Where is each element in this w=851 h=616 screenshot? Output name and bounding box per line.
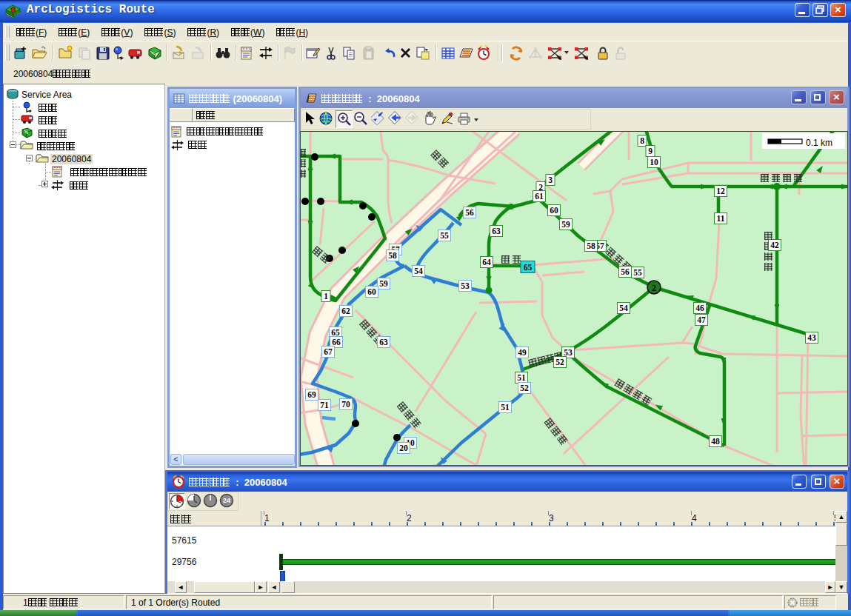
svg-text:58: 58	[388, 251, 397, 260]
svg-text:8: 8	[640, 136, 644, 145]
svg-text:0.1 km: 0.1 km	[806, 138, 832, 148]
svg-text:67: 67	[324, 347, 333, 356]
svg-text:62: 62	[341, 307, 350, 315]
svg-text:59: 59	[561, 220, 570, 229]
svg-text:11: 11	[717, 214, 725, 223]
svg-text:47: 47	[697, 315, 706, 324]
svg-text:52: 52	[520, 384, 529, 392]
svg-text:53: 53	[461, 281, 470, 290]
svg-text:12: 12	[716, 187, 725, 195]
svg-text:66: 66	[332, 338, 341, 346]
svg-text:63: 63	[379, 338, 388, 346]
svg-text:52: 52	[555, 358, 564, 366]
svg-text:59: 59	[379, 279, 388, 288]
svg-text:58: 58	[587, 241, 595, 250]
svg-text:2: 2	[652, 283, 656, 293]
svg-text:54: 54	[619, 304, 628, 312]
svg-text:60: 60	[550, 206, 558, 215]
svg-text:69: 69	[307, 390, 316, 399]
svg-text:53: 53	[564, 348, 573, 357]
svg-text:3: 3	[548, 175, 553, 184]
svg-text:42: 42	[770, 241, 779, 250]
svg-text:9: 9	[648, 147, 653, 155]
svg-text:46: 46	[695, 304, 704, 312]
svg-text:48: 48	[711, 437, 720, 446]
svg-text:10: 10	[650, 158, 658, 167]
svg-text:60: 60	[367, 287, 376, 296]
svg-text:63: 63	[492, 227, 501, 235]
svg-text:54: 54	[414, 267, 423, 275]
svg-text:65: 65	[524, 263, 533, 272]
svg-text:55: 55	[440, 231, 449, 240]
svg-text:64: 64	[482, 258, 491, 267]
svg-text:51: 51	[517, 373, 526, 382]
svg-text:43: 43	[807, 333, 816, 342]
svg-text:24: 24	[223, 497, 230, 504]
svg-text:65: 65	[331, 328, 340, 337]
svg-text:56: 56	[621, 267, 630, 276]
svg-text:61: 61	[535, 192, 544, 201]
svg-text:71: 71	[320, 401, 329, 409]
svg-text:55: 55	[633, 268, 642, 277]
svg-text:1: 1	[324, 292, 328, 301]
svg-text:49: 49	[518, 348, 527, 357]
svg-text:70: 70	[341, 400, 350, 409]
svg-text:20: 20	[399, 443, 408, 452]
svg-text:51: 51	[501, 403, 510, 412]
svg-text:56: 56	[465, 208, 474, 217]
